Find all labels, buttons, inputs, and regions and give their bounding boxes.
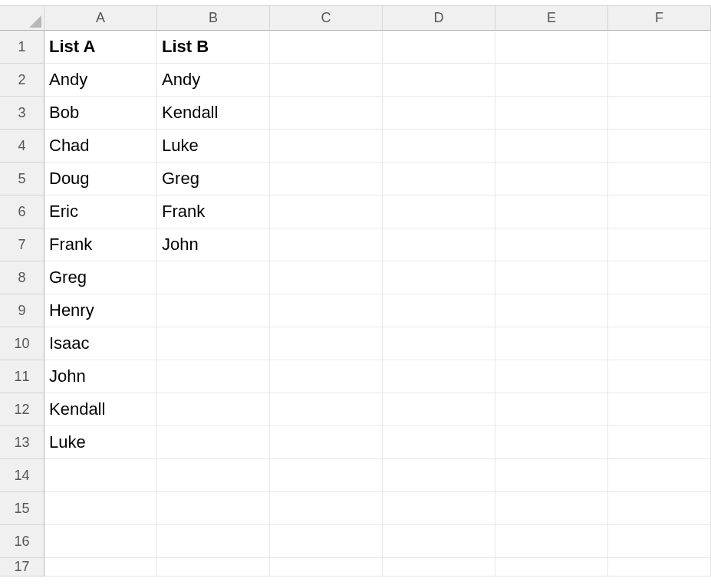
cell-c6[interactable] bbox=[270, 195, 383, 228]
cell-b4[interactable]: Luke bbox=[157, 130, 270, 163]
select-all-corner[interactable] bbox=[0, 6, 44, 31]
cell-b11[interactable] bbox=[157, 360, 270, 393]
cell-f7[interactable] bbox=[608, 228, 711, 261]
row-header-13[interactable]: 13 bbox=[0, 426, 44, 459]
row-header-11[interactable]: 11 bbox=[0, 360, 44, 393]
cell-b5[interactable]: Greg bbox=[157, 163, 270, 195]
cell-c9[interactable] bbox=[270, 294, 383, 327]
column-header-c[interactable]: C bbox=[270, 6, 383, 31]
cell-e4[interactable] bbox=[495, 130, 608, 163]
cell-f17[interactable] bbox=[608, 558, 711, 577]
cell-c15[interactable] bbox=[270, 492, 383, 525]
cell-b10[interactable] bbox=[157, 327, 270, 360]
cell-a7[interactable]: Frank bbox=[44, 228, 157, 261]
row-header-8[interactable]: 8 bbox=[0, 261, 44, 294]
cell-d2[interactable] bbox=[383, 64, 495, 97]
cell-c8[interactable] bbox=[270, 261, 383, 294]
cell-e1[interactable] bbox=[495, 31, 608, 64]
cell-b9[interactable] bbox=[157, 294, 270, 327]
cell-b3[interactable]: Kendall bbox=[157, 97, 270, 130]
cell-e13[interactable] bbox=[495, 426, 608, 459]
cell-d16[interactable] bbox=[383, 525, 495, 558]
cell-a13[interactable]: Luke bbox=[44, 426, 157, 459]
cell-a15[interactable] bbox=[44, 492, 157, 525]
row-header-10[interactable]: 10 bbox=[0, 327, 44, 360]
cell-b7[interactable]: John bbox=[157, 228, 270, 261]
cell-c13[interactable] bbox=[270, 426, 383, 459]
row-header-3[interactable]: 3 bbox=[0, 97, 44, 130]
cell-f1[interactable] bbox=[608, 31, 711, 64]
row-header-4[interactable]: 4 bbox=[0, 130, 44, 163]
cell-f13[interactable] bbox=[608, 426, 711, 459]
cell-f3[interactable] bbox=[608, 97, 711, 130]
cell-d4[interactable] bbox=[383, 130, 495, 163]
cell-e3[interactable] bbox=[495, 97, 608, 130]
cell-a10[interactable]: Isaac bbox=[44, 327, 157, 360]
row-header-14[interactable]: 14 bbox=[0, 459, 44, 492]
cell-a4[interactable]: Chad bbox=[44, 130, 157, 163]
cell-d6[interactable] bbox=[383, 195, 495, 228]
cell-a6[interactable]: Eric bbox=[44, 195, 157, 228]
cell-d9[interactable] bbox=[383, 294, 495, 327]
cell-f2[interactable] bbox=[608, 64, 711, 97]
cell-a1[interactable]: List A bbox=[44, 31, 157, 64]
cell-e12[interactable] bbox=[495, 393, 608, 426]
cell-d14[interactable] bbox=[383, 459, 495, 492]
cell-c5[interactable] bbox=[270, 163, 383, 195]
cell-d8[interactable] bbox=[383, 261, 495, 294]
cell-d3[interactable] bbox=[383, 97, 495, 130]
cell-f12[interactable] bbox=[608, 393, 711, 426]
cell-f6[interactable] bbox=[608, 195, 711, 228]
row-header-15[interactable]: 15 bbox=[0, 492, 44, 525]
cell-e2[interactable] bbox=[495, 64, 608, 97]
cell-b14[interactable] bbox=[157, 459, 270, 492]
cell-e14[interactable] bbox=[495, 459, 608, 492]
cell-f14[interactable] bbox=[608, 459, 711, 492]
cell-a11[interactable]: John bbox=[44, 360, 157, 393]
row-header-7[interactable]: 7 bbox=[0, 228, 44, 261]
row-header-6[interactable]: 6 bbox=[0, 195, 44, 228]
cell-d5[interactable] bbox=[383, 163, 495, 195]
cell-a9[interactable]: Henry bbox=[44, 294, 157, 327]
row-header-5[interactable]: 5 bbox=[0, 163, 44, 195]
cell-b2[interactable]: Andy bbox=[157, 64, 270, 97]
cell-a17[interactable] bbox=[44, 558, 157, 577]
cell-f8[interactable] bbox=[608, 261, 711, 294]
cell-b16[interactable] bbox=[157, 525, 270, 558]
cell-d11[interactable] bbox=[383, 360, 495, 393]
cell-e7[interactable] bbox=[495, 228, 608, 261]
cell-c16[interactable] bbox=[270, 525, 383, 558]
cell-c3[interactable] bbox=[270, 97, 383, 130]
row-header-1[interactable]: 1 bbox=[0, 31, 44, 64]
cell-e16[interactable] bbox=[495, 525, 608, 558]
cell-a8[interactable]: Greg bbox=[44, 261, 157, 294]
cell-b6[interactable]: Frank bbox=[157, 195, 270, 228]
cell-f5[interactable] bbox=[608, 163, 711, 195]
cell-f15[interactable] bbox=[608, 492, 711, 525]
cell-c11[interactable] bbox=[270, 360, 383, 393]
row-header-2[interactable]: 2 bbox=[0, 64, 44, 97]
cell-c2[interactable] bbox=[270, 64, 383, 97]
cell-e5[interactable] bbox=[495, 163, 608, 195]
cell-d10[interactable] bbox=[383, 327, 495, 360]
cell-f4[interactable] bbox=[608, 130, 711, 163]
column-header-a[interactable]: A bbox=[44, 6, 157, 31]
column-header-f[interactable]: F bbox=[608, 6, 711, 31]
cell-b8[interactable] bbox=[157, 261, 270, 294]
cell-d15[interactable] bbox=[383, 492, 495, 525]
cell-a12[interactable]: Kendall bbox=[44, 393, 157, 426]
cell-b12[interactable] bbox=[157, 393, 270, 426]
cell-c10[interactable] bbox=[270, 327, 383, 360]
cell-c17[interactable] bbox=[270, 558, 383, 577]
cell-c14[interactable] bbox=[270, 459, 383, 492]
cell-e6[interactable] bbox=[495, 195, 608, 228]
cell-a14[interactable] bbox=[44, 459, 157, 492]
cell-d7[interactable] bbox=[383, 228, 495, 261]
cell-a16[interactable] bbox=[44, 525, 157, 558]
row-header-16[interactable]: 16 bbox=[0, 525, 44, 558]
row-header-12[interactable]: 12 bbox=[0, 393, 44, 426]
cell-a2[interactable]: Andy bbox=[44, 64, 157, 97]
cell-d12[interactable] bbox=[383, 393, 495, 426]
row-header-17[interactable]: 17 bbox=[0, 558, 44, 577]
cell-e10[interactable] bbox=[495, 327, 608, 360]
